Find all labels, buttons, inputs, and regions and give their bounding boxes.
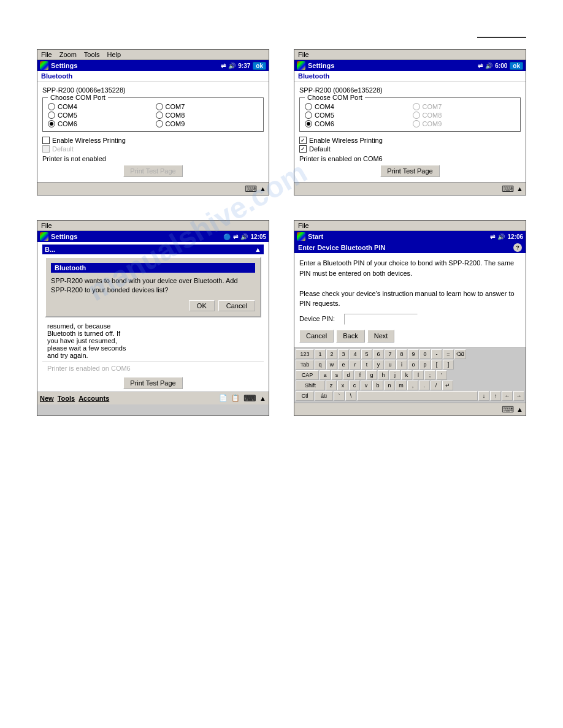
key-z[interactable]: z [326,381,337,390]
enable-wireless-row[interactable]: Enable Wireless Printing [42,137,264,144]
dialog-ok-btn[interactable]: OK [189,300,215,311]
s2-com6-radio[interactable]: COM6 [305,120,408,127]
menu-file2[interactable]: File [298,51,309,58]
key-equals[interactable]: = [443,349,454,359]
accounts-tool[interactable]: Accounts [79,395,109,402]
key-o[interactable]: o [408,360,419,370]
key-tab[interactable]: Tab [296,360,314,370]
screen1-print-btn[interactable]: Print Test Page [123,165,182,177]
menu-file4[interactable]: File [298,222,309,229]
key-j[interactable]: j [389,370,400,380]
tools-tool[interactable]: Tools [58,395,75,402]
key-semicolon[interactable]: ; [424,370,435,380]
key-0[interactable]: 0 [419,349,431,359]
menu-tools[interactable]: Tools [84,51,100,58]
key-backtick[interactable]: ` [334,391,345,401]
back-btn[interactable]: Back [336,330,364,343]
key-n[interactable]: n [384,381,395,390]
s2-com9-radio[interactable]: COM9 [413,120,516,127]
key-g[interactable]: g [366,370,377,380]
key-down[interactable]: ↓ [478,391,489,401]
new-tool[interactable]: New [40,395,54,402]
s2-com4-radio[interactable]: COM4 [305,103,408,110]
key-123[interactable]: 123 [296,349,314,359]
menu-help[interactable]: Help [107,51,121,58]
key-1[interactable]: 1 [315,349,326,359]
s2-enable-wireless-checkbox[interactable] [299,137,307,144]
key-t[interactable]: t [361,360,372,370]
s2-enable-wireless-row[interactable]: Enable Wireless Printing [299,137,521,144]
key-quote[interactable]: ' [436,370,447,380]
help-icon[interactable]: ? [513,243,522,252]
key-l[interactable]: l [413,370,424,380]
key-w[interactable]: w [326,360,337,370]
key-p[interactable]: p [419,360,431,370]
keyboard-icon[interactable]: ⌨ [245,184,257,194]
key-i[interactable]: i [396,360,407,370]
key-cap[interactable]: CAP [296,370,319,380]
com9-radio[interactable]: COM9 [156,120,259,127]
key-space[interactable] [357,391,478,401]
key-a[interactable]: a [320,370,331,380]
key-v[interactable]: v [361,381,372,390]
s2-com7-radio[interactable]: COM7 [413,103,516,110]
key-9[interactable]: 9 [408,349,419,359]
com5-radio[interactable]: COM5 [48,112,151,119]
key-f[interactable]: f [354,370,366,380]
key-left[interactable]: ← [502,391,513,401]
key-3[interactable]: 3 [338,349,349,359]
key-y[interactable]: y [373,360,384,370]
key-h[interactable]: h [378,370,389,380]
key-x[interactable]: x [337,381,348,390]
com4-radio[interactable]: COM4 [48,103,151,110]
key-q[interactable]: q [315,360,326,370]
key-u[interactable]: u [385,360,396,370]
key-c[interactable]: c [349,381,360,390]
key-au[interactable]: áü [315,391,333,401]
key-backslash[interactable]: \ [345,391,356,401]
key-4[interactable]: 4 [350,349,361,359]
key-shift[interactable]: Shift [296,381,325,390]
keyboard-icon3[interactable]: ⌨ [243,393,256,403]
screen2-print-btn[interactable]: Print Test Page [380,165,439,177]
key-d[interactable]: d [343,370,354,380]
key-up[interactable]: ↑ [490,391,501,401]
key-k[interactable]: k [401,370,412,380]
key-s[interactable]: s [331,370,342,380]
menu-zoom[interactable]: Zoom [59,51,77,58]
com6-radio[interactable]: COM6 [48,120,151,127]
key-7[interactable]: 7 [385,349,396,359]
ok-button2[interactable]: ok [510,62,523,70]
key-slash[interactable]: / [431,381,442,390]
dialog-cancel-btn[interactable]: Cancel [218,300,255,311]
tools-icon1[interactable]: 📄 [219,394,228,402]
com7-radio[interactable]: COM7 [156,103,259,110]
key-2[interactable]: 2 [326,349,337,359]
key-enter[interactable]: ↵ [442,381,453,390]
key-5[interactable]: 5 [361,349,372,359]
tools-icon2[interactable]: 📋 [231,394,240,402]
key-backspace[interactable]: ⌫ [454,349,466,359]
s2-com5-radio[interactable]: COM5 [305,112,408,119]
key-rbracket[interactable]: ] [443,360,454,370]
key-ctl[interactable]: Ctl [296,391,314,401]
key-right[interactable]: → [513,391,524,401]
s2-default-checkbox[interactable] [299,145,307,153]
menu-file3[interactable]: File [41,222,52,229]
key-8[interactable]: 8 [396,349,407,359]
key-m[interactable]: m [396,381,407,390]
key-minus[interactable]: - [431,349,442,359]
menu-file[interactable]: File [41,51,52,58]
key-6[interactable]: 6 [373,349,384,359]
key-period[interactable]: . [419,381,430,390]
key-lbracket[interactable]: [ [431,360,442,370]
ok-button[interactable]: ok [253,62,266,70]
s2-com8-radio[interactable]: COM8 [413,112,516,119]
key-e[interactable]: e [338,360,349,370]
s2-default-row[interactable]: Default [299,145,521,153]
cancel-btn[interactable]: Cancel [299,330,334,343]
keyboard-icon4[interactable]: ⌨ [502,404,514,414]
pin-input-field[interactable] [344,314,418,325]
screen3-print-btn[interactable]: Print Test Page [123,377,182,389]
key-comma[interactable]: , [407,381,418,390]
